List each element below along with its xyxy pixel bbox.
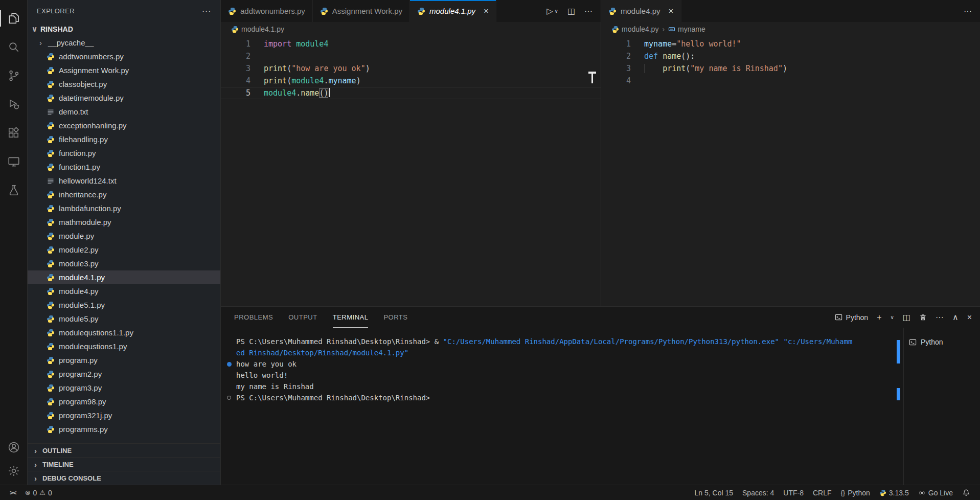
python-file-icon [231,26,239,33]
go-live-button[interactable]: Go Live [914,489,958,497]
file-program3.py[interactable]: program3.py [28,381,220,395]
split-editor-icon[interactable]: ◫ [567,6,575,16]
testing-icon[interactable] [0,176,28,204]
file-program.py[interactable]: program.py [28,353,220,367]
tab-assignment-work[interactable]: Assignment Work.py [313,0,410,22]
command-decoration-icon[interactable] [227,396,231,400]
terminal-profile-dropdown-icon[interactable]: ∨ [891,314,894,320]
language-mode[interactable]: {} Python [836,489,875,497]
file-inheritance.py[interactable]: inheritance.py [28,188,220,201]
file-function1.py[interactable]: function1.py [28,160,220,174]
tab-ports[interactable]: PORTS [383,307,407,328]
terminal-scrollbar-mark[interactable] [897,340,900,363]
file-classobject.py[interactable]: classobject.py [28,77,220,91]
terminal-list-item-python[interactable]: Python [904,335,980,349]
editor-more-actions-icon[interactable]: ··· [964,7,972,16]
run-python-file-button[interactable]: ▷ ∨ [546,6,558,16]
indentation[interactable]: Spaces: 4 [738,489,779,497]
maximize-panel-icon[interactable]: ∧ [952,312,959,322]
file-mathmodule.py[interactable]: mathmodule.py [28,215,220,229]
new-terminal-icon[interactable]: + [877,313,881,322]
remote-icon: >< [10,489,16,496]
file-program98.py[interactable]: program98.py [28,395,220,408]
line-number: 4 [601,75,644,87]
file-program2.py[interactable]: program2.py [28,367,220,381]
remote-indicator[interactable]: >< [5,485,20,500]
file-demo.txt[interactable]: demo.txt [28,105,220,119]
explorer-icon[interactable] [0,4,28,33]
problems-status[interactable]: ⊗ 0 ⚠ 0 [20,485,57,500]
close-panel-icon[interactable]: × [967,313,972,322]
kill-terminal-icon[interactable] [919,313,927,321]
tab-output[interactable]: OUTPUT [288,307,317,328]
accounts-icon[interactable] [0,436,28,459]
debug-console-section[interactable]: › DEBUG CONSOLE [28,471,220,485]
split-terminal-icon[interactable]: ◫ [903,312,910,322]
tab-module4[interactable]: module4.py × [601,0,681,22]
file-program321j.py[interactable]: program321j.py [28,408,220,422]
file-module4.py[interactable]: module4.py [28,284,220,298]
file-module5.py[interactable]: module5.py [28,312,220,326]
tab-problems[interactable]: PROBLEMS [234,307,273,328]
python-interpreter[interactable]: 3.13.5 [875,489,914,497]
file-exceptionhanling.py[interactable]: exceptionhanling.py [28,119,220,132]
breadcrumb-symbol-myname[interactable]: myname [668,25,705,33]
breadcrumb-file[interactable]: module4.py [611,25,658,33]
explorer-more-actions-icon[interactable]: ··· [202,6,211,16]
file-function.py[interactable]: function.py [28,146,220,160]
file-modulequstions1.1.py[interactable]: modulequstions1.1.py [28,326,220,339]
notifications-bell-icon[interactable] [958,489,975,497]
panel-more-actions-icon[interactable]: ··· [936,313,944,322]
text-file-icon [47,177,55,185]
code-editor-module4-1[interactable]: 1import module423print("how are you ok")… [221,36,601,306]
extensions-icon[interactable] [0,119,28,147]
timeline-section[interactable]: › TIMELINE [28,457,220,471]
terminal-scrollbar-mark[interactable] [897,388,900,400]
close-tab-icon[interactable]: × [669,7,674,15]
code-line-2: 2 [221,50,601,62]
python-file-icon [47,66,55,75]
python-file-icon [47,412,55,420]
file-filehandling.py[interactable]: filehandling.py [28,132,220,146]
command-decoration-icon[interactable] [227,362,232,367]
tab-module4-1[interactable]: module4.1.py × [410,0,496,22]
code-line-5: 5module4.name() [221,87,601,99]
outline-section[interactable]: › OUTLINE [28,443,220,457]
tab-terminal[interactable]: TERMINAL [333,307,369,328]
code-line-1: 1myname="hello world!" [601,38,980,50]
file-module5.1.py[interactable]: module5.1.py [28,298,220,312]
tab-addtwonumbers[interactable]: addtwonumbers.py [221,0,313,22]
file-__pycache__[interactable]: ›__pycache__ [28,36,220,50]
file-module.py[interactable]: module.py [28,229,220,243]
breadcrumb-file[interactable]: module4.1.py [231,25,284,33]
encoding[interactable]: UTF-8 [779,489,808,497]
terminal-output[interactable]: PS C:\Users\Muhammed Rinshad\Desktop\Rin… [221,328,903,485]
status-bar-right: Ln 5, Col 15 Spaces: 4 UTF-8 CRLF {} Pyt… [690,489,975,497]
activity-bar-bottom [0,436,28,485]
eol-sequence[interactable]: CRLF [808,489,836,497]
activity-bar [0,0,28,485]
source-control-icon[interactable] [0,61,28,90]
file-module3.py[interactable]: module3.py [28,257,220,270]
file-module4.1.py[interactable]: module4.1.py [28,270,220,284]
file-lambdafunction.py[interactable]: lambdafunction.py [28,201,220,215]
file-helloworld124.txt[interactable]: helloworld124.txt [28,174,220,188]
editor-more-actions-icon[interactable]: ··· [584,7,592,16]
file-programms.py[interactable]: programms.py [28,422,220,436]
file-Assignment Work.py[interactable]: Assignment Work.py [28,63,220,77]
terminal-profile-button[interactable]: Python [835,313,869,322]
remote-explorer-icon[interactable] [0,147,28,176]
python-env-icon [879,489,886,496]
file-datetimemodule.py[interactable]: datetimemodule.py [28,91,220,105]
code-editor-module4[interactable]: 1myname="hello world!"2def name():3 prin… [601,36,980,306]
file-modulequstions1.py[interactable]: modulequstions1.py [28,339,220,353]
terminal-gutter [227,370,236,381]
cursor-position[interactable]: Ln 5, Col 15 [690,489,738,497]
settings-gear-icon[interactable] [0,459,28,483]
close-tab-icon[interactable]: × [484,7,489,15]
run-debug-icon[interactable] [0,90,28,119]
file-addtwonumbers.py[interactable]: addtwonumbers.py [28,50,220,63]
explorer-root-folder[interactable]: ∨ RINSHAD [28,22,220,36]
file-module2.py[interactable]: module2.py [28,243,220,257]
search-icon[interactable] [0,33,28,61]
